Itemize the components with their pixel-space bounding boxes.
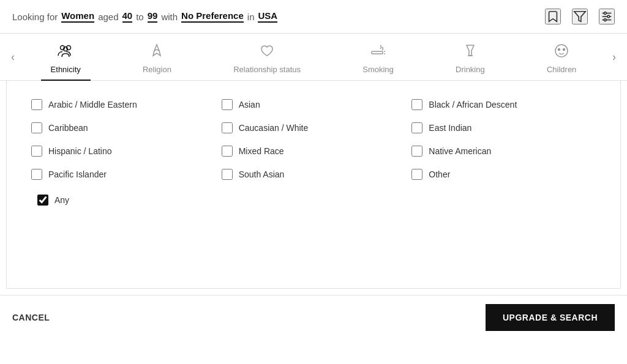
relationship-icon (258, 42, 276, 61)
tab-drinking-label: Drinking (456, 65, 485, 74)
svg-rect-10 (372, 51, 383, 54)
content-area: Arabic / Middle Eastern Asian Black / Af… (6, 81, 621, 289)
option-caribbean[interactable]: Caribbean (31, 122, 216, 133)
option-south-asian[interactable]: South Asian (222, 169, 406, 180)
svg-point-15 (558, 49, 560, 51)
label-native: Native American (429, 146, 491, 156)
label-arabic: Arabic / Middle Eastern (48, 100, 137, 110)
checkbox-caucasian[interactable] (222, 122, 233, 133)
svg-point-6 (604, 19, 606, 21)
in-label: in (247, 12, 255, 22)
tab-religion[interactable]: Religion (133, 34, 181, 80)
checkbox-black[interactable] (411, 99, 422, 110)
cancel-button[interactable]: CANCEL (12, 313, 50, 322)
option-pacific[interactable]: Pacific Islander (31, 169, 216, 180)
svg-marker-0 (574, 12, 585, 22)
location-value[interactable]: USA (258, 10, 277, 23)
option-mixed[interactable]: Mixed Race (222, 146, 406, 157)
footer: CANCEL UPGRADE & SEARCH (0, 295, 627, 340)
checkbox-asian[interactable] (222, 99, 233, 110)
tabs-container: Ethnicity Religion Relationship status (20, 34, 607, 80)
label-south-asian: South Asian (239, 169, 285, 179)
label-any: Any (54, 195, 69, 205)
tab-ethnicity[interactable]: Ethnicity (41, 34, 91, 80)
label-black: Black / African Descent (429, 100, 517, 110)
children-icon (553, 42, 570, 61)
checkbox-mixed[interactable] (222, 146, 233, 157)
any-row: Any (25, 186, 602, 214)
option-native[interactable]: Native American (411, 146, 596, 157)
label-asian: Asian (239, 100, 260, 110)
label-east-indian: East Indian (429, 123, 471, 133)
checkbox-arabic[interactable] (31, 99, 42, 110)
looking-for-label: Looking for (12, 12, 58, 22)
tab-nav: ‹ Ethnicity Reli (0, 34, 627, 81)
tab-next-arrow[interactable]: › (607, 45, 621, 70)
option-asian[interactable]: Asian (222, 99, 406, 110)
label-pacific: Pacific Islander (48, 169, 107, 179)
svg-point-4 (604, 12, 606, 15)
to-label: to (136, 12, 144, 22)
option-any[interactable]: Any (37, 195, 590, 206)
option-arabic[interactable]: Arabic / Middle Eastern (31, 99, 216, 110)
drinking-icon (462, 42, 479, 61)
checkbox-east-indian[interactable] (411, 122, 422, 133)
tab-drinking[interactable]: Drinking (446, 34, 495, 80)
checkbox-pacific[interactable] (31, 169, 42, 180)
gender-value[interactable]: Women (61, 10, 94, 23)
tab-smoking-label: Smoking (362, 65, 394, 74)
ethnicity-icon (57, 42, 74, 61)
label-caribbean: Caribbean (48, 123, 88, 133)
tab-relationship[interactable]: Relationship status (223, 34, 310, 80)
header-icons (545, 9, 615, 24)
svg-point-14 (555, 45, 568, 57)
checkbox-south-asian[interactable] (222, 169, 233, 180)
aged-label: aged (98, 12, 118, 22)
checkbox-caribbean[interactable] (31, 122, 42, 133)
option-east-indian[interactable]: East Indian (411, 122, 596, 133)
smoking-icon (370, 42, 387, 61)
age-max-value[interactable]: 99 (148, 10, 158, 23)
checkbox-native[interactable] (411, 146, 422, 157)
tab-smoking[interactable]: Smoking (353, 34, 404, 80)
label-hispanic: Hispanic / Latino (48, 146, 112, 156)
option-caucasian[interactable]: Caucasian / White (222, 122, 406, 133)
with-label: with (161, 12, 178, 22)
preference-value[interactable]: No Preference (181, 10, 244, 23)
tab-relationship-label: Relationship status (233, 65, 301, 74)
option-black[interactable]: Black / African Descent (411, 99, 596, 110)
upgrade-search-button[interactable]: UPGRADE & SEARCH (486, 304, 615, 331)
bookmark-button[interactable] (545, 9, 561, 24)
option-hispanic[interactable]: Hispanic / Latino (31, 146, 216, 157)
svg-point-5 (607, 15, 610, 18)
tab-children-label: Children (547, 65, 576, 74)
tab-religion-label: Religion (143, 65, 171, 74)
checkbox-hispanic[interactable] (31, 146, 42, 157)
header: Looking for Women aged 40 to 99 with No … (0, 0, 627, 34)
tab-ethnicity-label: Ethnicity (51, 65, 81, 74)
checkbox-any[interactable] (37, 195, 48, 206)
sliders-button[interactable] (599, 9, 615, 24)
tab-prev-arrow[interactable]: ‹ (6, 45, 20, 70)
ethnicity-options-grid: Arabic / Middle Eastern Asian Black / Af… (25, 93, 602, 186)
checkbox-other[interactable] (411, 169, 422, 180)
label-caucasian: Caucasian / White (239, 123, 309, 133)
age-min-value[interactable]: 40 (122, 10, 133, 23)
religion-icon (148, 42, 165, 61)
filter-button[interactable] (572, 9, 588, 24)
label-other: Other (429, 169, 450, 179)
option-other[interactable]: Other (411, 169, 596, 180)
label-mixed: Mixed Race (239, 146, 284, 156)
svg-point-16 (563, 49, 565, 51)
tab-children[interactable]: Children (537, 34, 586, 80)
